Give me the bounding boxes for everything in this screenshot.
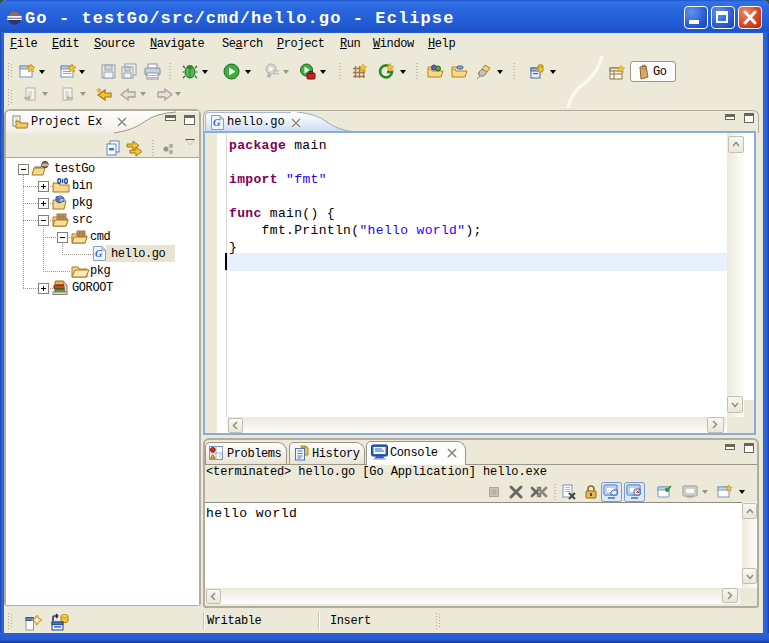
- svg-text:G: G: [95, 248, 103, 259]
- svg-text:G: G: [213, 117, 221, 128]
